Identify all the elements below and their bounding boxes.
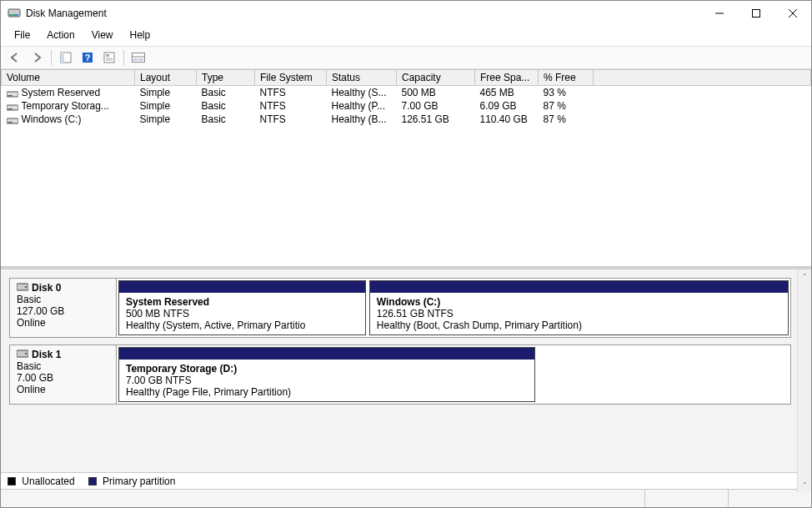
disk-header[interactable]: Disk 0Basic127.00 GBOnline bbox=[10, 279, 117, 337]
volume-list-pane: Volume Layout Type File System Status Ca… bbox=[1, 69, 811, 269]
nav-back-button[interactable] bbox=[6, 48, 24, 67]
col-volume[interactable]: Volume bbox=[2, 70, 135, 86]
partition-detail: Healthy (Page File, Primary Partition) bbox=[126, 386, 528, 398]
partition-title: System Reserved bbox=[126, 296, 358, 308]
partition-title: Windows (C:) bbox=[377, 296, 781, 308]
svg-rect-1 bbox=[9, 14, 14, 16]
unallocated-swatch-icon bbox=[8, 477, 16, 485]
partition-detail: Healthy (System, Active, Primary Partiti… bbox=[126, 319, 358, 331]
vertical-scrollbar[interactable]: ˄ ˅ bbox=[797, 269, 811, 492]
primary-swatch-icon bbox=[88, 477, 97, 485]
disk-row[interactable]: Disk 1Basic7.00 GBOnlineTemporary Storag… bbox=[9, 345, 791, 405]
scroll-up-arrow-icon[interactable]: ˄ bbox=[798, 269, 811, 284]
col-layout[interactable]: Layout bbox=[135, 70, 197, 86]
titlebar: Disk Management bbox=[1, 1, 811, 26]
col-blank bbox=[594, 70, 811, 86]
statusbar bbox=[1, 489, 811, 507]
legend-primary: Primary partition bbox=[88, 475, 176, 487]
svg-rect-2 bbox=[14, 14, 18, 16]
disk-icon bbox=[17, 282, 28, 294]
disk-row[interactable]: Disk 0Basic127.00 GBOnlineSystem Reserve… bbox=[9, 278, 791, 338]
legend: Unallocated Primary partition bbox=[1, 472, 811, 489]
menu-view[interactable]: View bbox=[85, 28, 120, 43]
partition-detail: Healthy (Boot, Crash Dump, Primary Parti… bbox=[377, 319, 781, 331]
col-filesystem[interactable]: File System bbox=[255, 70, 327, 86]
maximize-button[interactable] bbox=[738, 1, 774, 26]
graphical-view-pane: Disk 0Basic127.00 GBOnlineSystem Reserve… bbox=[1, 269, 811, 507]
partition[interactable]: Temporary Storage (D:)7.00 GB NTFSHealth… bbox=[118, 347, 535, 402]
table-row[interactable]: System ReservedSimpleBasicNTFSHealthy (S… bbox=[2, 86, 811, 100]
col-capacity[interactable]: Capacity bbox=[397, 70, 475, 86]
partition[interactable]: Windows (C:)126.51 GB NTFSHealthy (Boot,… bbox=[369, 280, 789, 335]
menu-help[interactable]: Help bbox=[123, 28, 158, 43]
partition-color-bar bbox=[370, 281, 788, 293]
table-row[interactable]: Temporary Storag...SimpleBasicNTFSHealth… bbox=[2, 99, 811, 113]
col-status[interactable]: Status bbox=[327, 70, 397, 86]
nav-forward-button[interactable] bbox=[28, 48, 46, 67]
view-layout-button[interactable] bbox=[129, 48, 148, 67]
help-button[interactable]: ? bbox=[78, 48, 97, 67]
minimize-button[interactable] bbox=[701, 1, 738, 26]
col-pctfree[interactable]: % Free bbox=[539, 70, 594, 86]
toolbar-separator bbox=[51, 50, 52, 65]
svg-rect-22 bbox=[8, 108, 13, 110]
partition-title: Temporary Storage (D:) bbox=[126, 363, 528, 375]
table-row[interactable]: Windows (C:)SimpleBasicNTFSHealthy (B...… bbox=[2, 113, 811, 126]
disk-header[interactable]: Disk 1Basic7.00 GBOnline bbox=[10, 345, 117, 404]
svg-rect-8 bbox=[61, 53, 64, 63]
svg-rect-18 bbox=[138, 58, 143, 61]
properties-button[interactable] bbox=[100, 48, 118, 67]
partition-subtitle: 500 MB NTFS bbox=[126, 308, 358, 319]
svg-rect-11 bbox=[104, 53, 114, 63]
svg-text:?: ? bbox=[85, 53, 91, 63]
volume-icon bbox=[7, 89, 18, 98]
status-cell bbox=[644, 490, 728, 507]
partition-color-bar bbox=[119, 348, 534, 360]
status-cell bbox=[728, 490, 811, 507]
close-button[interactable] bbox=[774, 1, 811, 26]
menu-file[interactable]: File bbox=[8, 28, 37, 43]
col-type[interactable]: Type bbox=[197, 70, 255, 86]
svg-rect-4 bbox=[753, 10, 760, 18]
table-header-row: Volume Layout Type File System Status Ca… bbox=[2, 70, 811, 86]
svg-rect-24 bbox=[8, 122, 13, 123]
show-hide-console-tree-button[interactable] bbox=[57, 48, 75, 67]
disk-partitions: System Reserved500 MB NTFSHealthy (Syste… bbox=[117, 279, 790, 337]
svg-point-26 bbox=[25, 286, 27, 288]
partition-subtitle: 7.00 GB NTFS bbox=[126, 375, 528, 386]
svg-rect-20 bbox=[8, 95, 13, 97]
partition[interactable]: System Reserved500 MB NTFSHealthy (Syste… bbox=[118, 280, 366, 335]
disk-icon bbox=[17, 349, 28, 360]
svg-rect-17 bbox=[133, 58, 138, 61]
legend-primary-label: Primary partition bbox=[103, 475, 175, 487]
menubar: File Action View Help bbox=[1, 26, 811, 46]
volume-table[interactable]: Volume Layout Type File System Status Ca… bbox=[1, 69, 811, 126]
svg-rect-12 bbox=[106, 54, 109, 57]
col-freespace[interactable]: Free Spa... bbox=[475, 70, 539, 86]
window-title: Disk Management bbox=[26, 8, 701, 19]
toolbar-separator bbox=[123, 50, 124, 65]
menu-action[interactable]: Action bbox=[40, 28, 81, 43]
scroll-down-arrow-icon[interactable]: ˅ bbox=[798, 478, 811, 492]
volume-icon bbox=[7, 103, 18, 111]
volume-icon bbox=[7, 116, 18, 124]
disk-area: Disk 0Basic127.00 GBOnlineSystem Reserve… bbox=[1, 269, 811, 472]
legend-unallocated: Unallocated bbox=[8, 475, 75, 487]
disk-partitions: Temporary Storage (D:)7.00 GB NTFSHealth… bbox=[117, 345, 790, 404]
app-icon bbox=[8, 7, 21, 20]
partition-color-bar bbox=[119, 281, 365, 293]
svg-point-28 bbox=[25, 353, 27, 355]
toolbar: ? bbox=[1, 46, 811, 69]
legend-unallocated-label: Unallocated bbox=[22, 475, 74, 487]
partition-subtitle: 126.51 GB NTFS bbox=[377, 308, 781, 319]
